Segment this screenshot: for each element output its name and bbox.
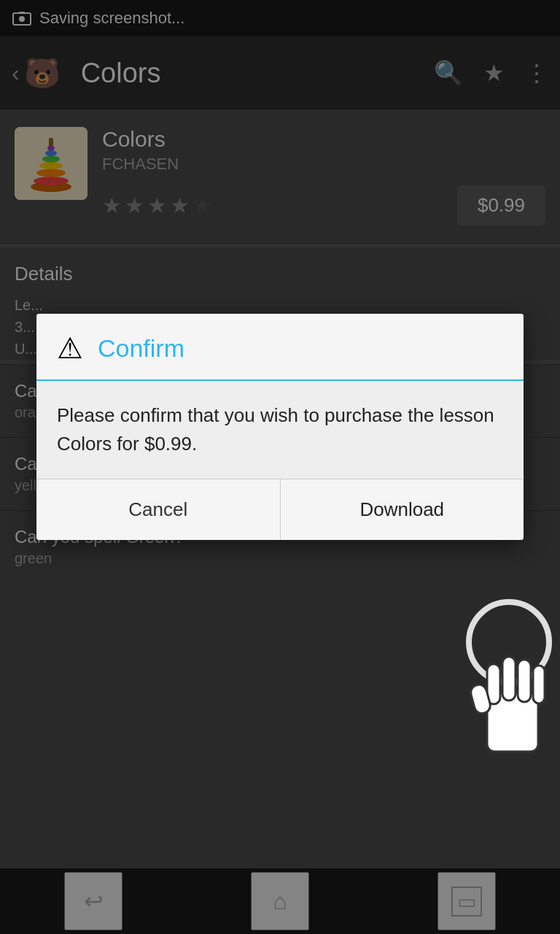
dialog-actions: Cancel Download [36,479,524,540]
svg-rect-17 [533,665,545,703]
download-button[interactable]: Download [281,479,524,540]
cancel-button[interactable]: Cancel [36,479,281,540]
dialog-header: ⚠ Confirm [36,314,524,381]
cursor-hand [429,584,560,788]
dialog-body: Please confirm that you wish to purchase… [36,381,524,479]
svg-rect-15 [502,657,516,700]
svg-rect-16 [518,660,531,702]
warning-icon: ⚠ [57,331,83,365]
dialog-title: Confirm [98,334,184,363]
confirm-dialog: ⚠ Confirm Please confirm that you wish t… [36,314,524,540]
dialog-message: Please confirm that you wish to purchase… [57,401,503,458]
